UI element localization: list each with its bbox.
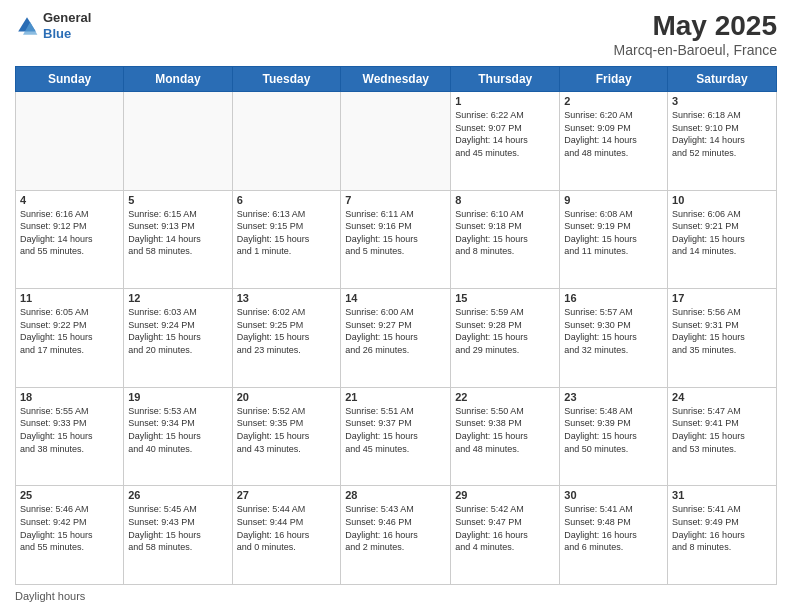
day-number: 9 — [564, 194, 663, 206]
week-row-2: 11Sunrise: 6:05 AM Sunset: 9:22 PM Dayli… — [16, 289, 777, 388]
day-number: 12 — [128, 292, 227, 304]
day-number: 7 — [345, 194, 446, 206]
day-number: 14 — [345, 292, 446, 304]
week-row-3: 18Sunrise: 5:55 AM Sunset: 9:33 PM Dayli… — [16, 387, 777, 486]
day-number: 21 — [345, 391, 446, 403]
col-header-saturday: Saturday — [668, 67, 777, 92]
footer: Daylight hours — [15, 590, 777, 602]
calendar-header-row: SundayMondayTuesdayWednesdayThursdayFrid… — [16, 67, 777, 92]
calendar-cell: 3Sunrise: 6:18 AM Sunset: 9:10 PM Daylig… — [668, 92, 777, 191]
logo-icon — [15, 14, 39, 38]
day-info: Sunrise: 6:18 AM Sunset: 9:10 PM Dayligh… — [672, 109, 772, 159]
col-header-tuesday: Tuesday — [232, 67, 341, 92]
calendar-cell: 21Sunrise: 5:51 AM Sunset: 9:37 PM Dayli… — [341, 387, 451, 486]
day-info: Sunrise: 5:59 AM Sunset: 9:28 PM Dayligh… — [455, 306, 555, 356]
calendar-cell: 19Sunrise: 5:53 AM Sunset: 9:34 PM Dayli… — [124, 387, 232, 486]
calendar-cell: 2Sunrise: 6:20 AM Sunset: 9:09 PM Daylig… — [560, 92, 668, 191]
day-info: Sunrise: 6:02 AM Sunset: 9:25 PM Dayligh… — [237, 306, 337, 356]
day-number: 1 — [455, 95, 555, 107]
day-info: Sunrise: 5:44 AM Sunset: 9:44 PM Dayligh… — [237, 503, 337, 553]
calendar-cell: 1Sunrise: 6:22 AM Sunset: 9:07 PM Daylig… — [451, 92, 560, 191]
day-info: Sunrise: 6:11 AM Sunset: 9:16 PM Dayligh… — [345, 208, 446, 258]
title-block: May 2025 Marcq-en-Baroeul, France — [614, 10, 777, 58]
calendar-cell: 13Sunrise: 6:02 AM Sunset: 9:25 PM Dayli… — [232, 289, 341, 388]
day-info: Sunrise: 6:20 AM Sunset: 9:09 PM Dayligh… — [564, 109, 663, 159]
calendar-cell: 8Sunrise: 6:10 AM Sunset: 9:18 PM Daylig… — [451, 190, 560, 289]
day-info: Sunrise: 5:42 AM Sunset: 9:47 PM Dayligh… — [455, 503, 555, 553]
calendar-cell: 9Sunrise: 6:08 AM Sunset: 9:19 PM Daylig… — [560, 190, 668, 289]
day-number: 31 — [672, 489, 772, 501]
day-info: Sunrise: 5:47 AM Sunset: 9:41 PM Dayligh… — [672, 405, 772, 455]
calendar-cell: 7Sunrise: 6:11 AM Sunset: 9:16 PM Daylig… — [341, 190, 451, 289]
day-info: Sunrise: 5:55 AM Sunset: 9:33 PM Dayligh… — [20, 405, 119, 455]
day-info: Sunrise: 5:50 AM Sunset: 9:38 PM Dayligh… — [455, 405, 555, 455]
calendar-cell: 28Sunrise: 5:43 AM Sunset: 9:46 PM Dayli… — [341, 486, 451, 585]
day-info: Sunrise: 6:08 AM Sunset: 9:19 PM Dayligh… — [564, 208, 663, 258]
day-info: Sunrise: 6:05 AM Sunset: 9:22 PM Dayligh… — [20, 306, 119, 356]
calendar-table: SundayMondayTuesdayWednesdayThursdayFrid… — [15, 66, 777, 585]
calendar-cell: 29Sunrise: 5:42 AM Sunset: 9:47 PM Dayli… — [451, 486, 560, 585]
day-number: 3 — [672, 95, 772, 107]
day-info: Sunrise: 5:46 AM Sunset: 9:42 PM Dayligh… — [20, 503, 119, 553]
day-info: Sunrise: 5:57 AM Sunset: 9:30 PM Dayligh… — [564, 306, 663, 356]
day-info: Sunrise: 6:22 AM Sunset: 9:07 PM Dayligh… — [455, 109, 555, 159]
calendar-cell — [124, 92, 232, 191]
day-info: Sunrise: 5:45 AM Sunset: 9:43 PM Dayligh… — [128, 503, 227, 553]
week-row-4: 25Sunrise: 5:46 AM Sunset: 9:42 PM Dayli… — [16, 486, 777, 585]
calendar-cell: 20Sunrise: 5:52 AM Sunset: 9:35 PM Dayli… — [232, 387, 341, 486]
calendar-cell: 22Sunrise: 5:50 AM Sunset: 9:38 PM Dayli… — [451, 387, 560, 486]
calendar-cell: 12Sunrise: 6:03 AM Sunset: 9:24 PM Dayli… — [124, 289, 232, 388]
day-number: 27 — [237, 489, 337, 501]
calendar-cell — [16, 92, 124, 191]
logo-general: General — [43, 10, 91, 26]
logo: General Blue — [15, 10, 91, 41]
calendar-subtitle: Marcq-en-Baroeul, France — [614, 42, 777, 58]
header: General Blue May 2025 Marcq-en-Baroeul, … — [15, 10, 777, 58]
calendar-cell: 11Sunrise: 6:05 AM Sunset: 9:22 PM Dayli… — [16, 289, 124, 388]
calendar-cell: 24Sunrise: 5:47 AM Sunset: 9:41 PM Dayli… — [668, 387, 777, 486]
day-number: 6 — [237, 194, 337, 206]
day-number: 8 — [455, 194, 555, 206]
day-number: 25 — [20, 489, 119, 501]
week-row-1: 4Sunrise: 6:16 AM Sunset: 9:12 PM Daylig… — [16, 190, 777, 289]
day-number: 15 — [455, 292, 555, 304]
day-number: 29 — [455, 489, 555, 501]
day-info: Sunrise: 6:15 AM Sunset: 9:13 PM Dayligh… — [128, 208, 227, 258]
day-info: Sunrise: 5:56 AM Sunset: 9:31 PM Dayligh… — [672, 306, 772, 356]
day-info: Sunrise: 5:52 AM Sunset: 9:35 PM Dayligh… — [237, 405, 337, 455]
week-row-0: 1Sunrise: 6:22 AM Sunset: 9:07 PM Daylig… — [16, 92, 777, 191]
page: General Blue May 2025 Marcq-en-Baroeul, … — [0, 0, 792, 612]
day-number: 22 — [455, 391, 555, 403]
day-info: Sunrise: 5:48 AM Sunset: 9:39 PM Dayligh… — [564, 405, 663, 455]
calendar-cell: 23Sunrise: 5:48 AM Sunset: 9:39 PM Dayli… — [560, 387, 668, 486]
day-number: 13 — [237, 292, 337, 304]
day-info: Sunrise: 6:13 AM Sunset: 9:15 PM Dayligh… — [237, 208, 337, 258]
day-number: 19 — [128, 391, 227, 403]
col-header-thursday: Thursday — [451, 67, 560, 92]
day-info: Sunrise: 6:10 AM Sunset: 9:18 PM Dayligh… — [455, 208, 555, 258]
day-number: 28 — [345, 489, 446, 501]
calendar-cell: 31Sunrise: 5:41 AM Sunset: 9:49 PM Dayli… — [668, 486, 777, 585]
calendar-cell: 30Sunrise: 5:41 AM Sunset: 9:48 PM Dayli… — [560, 486, 668, 585]
col-header-monday: Monday — [124, 67, 232, 92]
calendar-cell: 16Sunrise: 5:57 AM Sunset: 9:30 PM Dayli… — [560, 289, 668, 388]
calendar-cell: 25Sunrise: 5:46 AM Sunset: 9:42 PM Dayli… — [16, 486, 124, 585]
calendar-title: May 2025 — [614, 10, 777, 42]
day-number: 16 — [564, 292, 663, 304]
footer-label: Daylight hours — [15, 590, 85, 602]
day-info: Sunrise: 6:03 AM Sunset: 9:24 PM Dayligh… — [128, 306, 227, 356]
day-info: Sunrise: 5:51 AM Sunset: 9:37 PM Dayligh… — [345, 405, 446, 455]
day-info: Sunrise: 5:41 AM Sunset: 9:49 PM Dayligh… — [672, 503, 772, 553]
day-number: 10 — [672, 194, 772, 206]
calendar-cell — [341, 92, 451, 191]
day-number: 2 — [564, 95, 663, 107]
logo-text: General Blue — [43, 10, 91, 41]
day-info: Sunrise: 6:16 AM Sunset: 9:12 PM Dayligh… — [20, 208, 119, 258]
day-info: Sunrise: 5:53 AM Sunset: 9:34 PM Dayligh… — [128, 405, 227, 455]
day-number: 18 — [20, 391, 119, 403]
calendar-cell — [232, 92, 341, 191]
calendar-cell: 27Sunrise: 5:44 AM Sunset: 9:44 PM Dayli… — [232, 486, 341, 585]
calendar-cell: 18Sunrise: 5:55 AM Sunset: 9:33 PM Dayli… — [16, 387, 124, 486]
day-number: 26 — [128, 489, 227, 501]
day-info: Sunrise: 5:43 AM Sunset: 9:46 PM Dayligh… — [345, 503, 446, 553]
